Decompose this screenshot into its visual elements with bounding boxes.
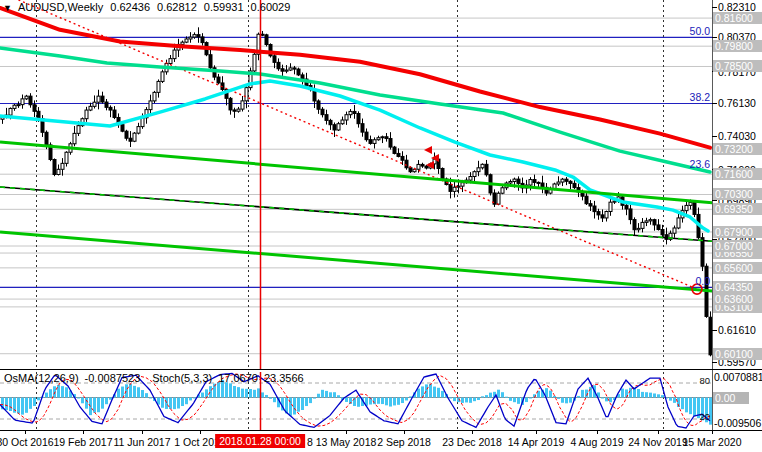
indicator-bottom-border <box>0 430 762 432</box>
date-tick-mark <box>83 431 84 434</box>
price-level-badge: 0.60100 <box>713 348 762 360</box>
price-tick-mark <box>712 330 717 331</box>
fib-level-label: 50.0 <box>650 25 710 37</box>
price-tick-mark <box>712 7 717 8</box>
date-tick-label: 4 Aug 2019 <box>570 436 623 448</box>
main-plot-background <box>0 0 712 370</box>
price-tick-mark <box>712 362 717 363</box>
time-axis[interactable]: 2018.01.28 00:00 8 30 Oct 201619 Feb 201… <box>0 431 762 452</box>
price-tick-mark <box>712 136 717 137</box>
date-tick-mark <box>200 431 201 434</box>
date-tick-label: 23 Dec 2018 <box>442 436 502 448</box>
price-tick-label: 0.76130 <box>718 97 756 109</box>
osma-zero-badge: 0.00 <box>713 392 749 404</box>
symbol-timeframe-label: AUDUSD,Weekly <box>18 1 103 13</box>
date-tick-label: 15 Mar 2020 <box>683 436 742 448</box>
stoch-main-value: 17.0670 <box>218 372 258 384</box>
low-value: 0.59931 <box>204 1 244 13</box>
price-level-badge: 0.63600 <box>713 293 762 305</box>
date-tick-mark <box>404 431 405 434</box>
price-level-badge: 0.64350 <box>713 281 762 293</box>
price-tick-mark <box>712 200 717 201</box>
price-level-badge: 0.79800 <box>713 40 762 52</box>
fib-level-label: 38.2 <box>650 91 710 103</box>
indicator-header: OsMA(12,26,9)-0.0087523Stoch(5,3,3)17.06… <box>4 372 304 384</box>
price-tick-label: 0.61610 <box>718 324 756 336</box>
high-value: 0.62812 <box>157 1 197 13</box>
price-level-badge: 0.67000 <box>713 240 762 252</box>
date-tick-label: 13 May 2018 <box>316 436 377 448</box>
selected-date-badge: 2018.01.28 00:00 <box>215 434 305 448</box>
fib-level-label: 0.0 <box>650 275 710 287</box>
date-tick-label: 19 Feb 2017 <box>54 436 113 448</box>
price-level-badge: 0.71600 <box>713 168 762 180</box>
price-level-badge: 0.81600 <box>713 12 762 24</box>
osma-label: OsMA(12,26,9) <box>4 372 79 384</box>
main-chart-canvas[interactable] <box>0 0 712 370</box>
date-tick-label: 24 Nov 2019 <box>628 436 688 448</box>
fib-level-label: 23.6 <box>650 158 710 170</box>
price-level-badge: 0.70300 <box>713 188 762 200</box>
date-tick-label: 30 Oct 2016 <box>0 436 54 448</box>
osma-scale-max: 0.0070881 <box>714 371 762 383</box>
price-level-badge: 0.67900 <box>713 226 762 238</box>
price-level-badge: 0.73200 <box>713 143 762 155</box>
osma-value: -0.0087523 <box>85 372 141 384</box>
date-tick-mark <box>597 431 598 434</box>
close-value: 0.60029 <box>251 1 291 13</box>
price-tick-label: 0.74030 <box>718 130 756 142</box>
chart-panel-divider[interactable] <box>0 369 762 371</box>
price-tick-mark <box>712 103 717 104</box>
date-tick-label: 2 Sep 2018 <box>377 436 431 448</box>
stoch-lower-level-label: 20 <box>688 411 710 422</box>
chart-marker-icon: ▼ <box>3 3 12 13</box>
date-tick-mark <box>25 431 26 434</box>
price-level-badge: 0.78500 <box>713 60 762 72</box>
date-tick-label: 11 Jun 2017 <box>113 436 170 448</box>
osma-scale-min: -0.009506 <box>714 417 761 429</box>
stoch-upper-level-label: 80 <box>688 375 710 386</box>
stoch-label: Stoch(5,3,3) <box>152 372 212 384</box>
date-tick-mark <box>142 431 143 434</box>
stoch-signal-value: 23.3566 <box>264 372 304 384</box>
chart-title-bar: ▼AUDUSD,Weekly0.624360.628120.599310.600… <box>3 1 290 13</box>
date-tick-mark <box>658 431 659 434</box>
date-tick-mark <box>346 431 347 434</box>
date-tick-label: 14 Apr 2019 <box>508 436 565 448</box>
price-level-badge: 0.69350 <box>713 203 762 215</box>
date-tick-mark <box>472 431 473 434</box>
trading-terminal-window: ▼AUDUSD,Weekly0.624360.628120.599310.600… <box>0 0 762 452</box>
price-level-badge: 0.65600 <box>713 262 762 274</box>
open-value: 0.62436 <box>110 1 150 13</box>
date-tick-mark <box>536 431 537 434</box>
date-tick-mark <box>712 431 713 434</box>
covered-date-remnant: 8 <box>307 436 313 448</box>
price-tick-mark <box>712 37 717 38</box>
